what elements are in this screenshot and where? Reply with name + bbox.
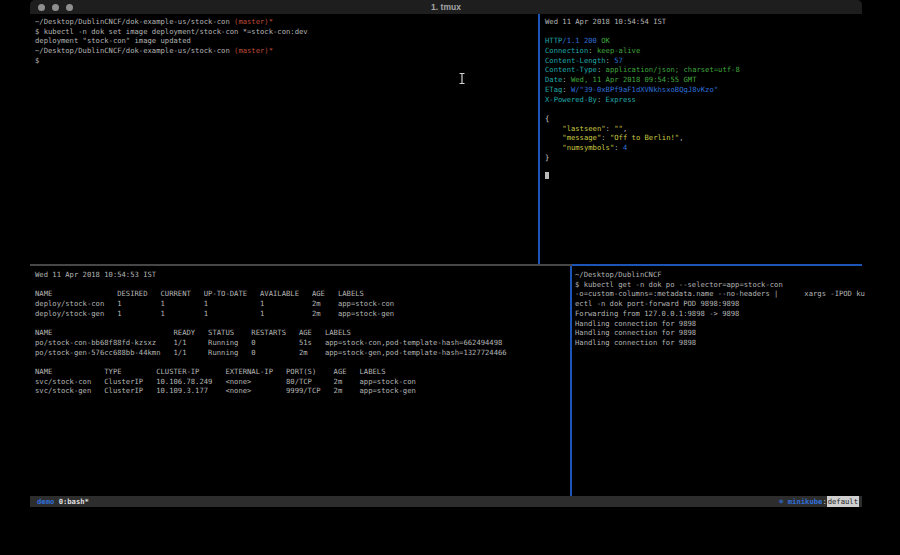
mouse-ibeam-cursor xyxy=(458,72,466,85)
pane-bottom-right-port-forward[interactable]: ~/Desktop/DublinCNCF $ kubectl get -n do… xyxy=(572,266,865,500)
json-close-brace: } xyxy=(545,153,867,163)
timestamp: Wed 11 Apr 2018 10:54:54 IST xyxy=(545,17,867,27)
tmux-session: ~/Desktop/DublinCNCF/dok-example-us/stoc… xyxy=(30,14,862,496)
http-keyword: HTTP xyxy=(545,36,562,45)
cursor-line xyxy=(545,172,867,182)
window-tab-bash[interactable]: 0:bash* xyxy=(59,496,89,507)
http-status-text: OK xyxy=(597,36,610,45)
json-row: "message": "Off to Berlin!", xyxy=(545,133,867,143)
kube-namespace: default xyxy=(827,496,859,507)
pane-top-left-shell[interactable]: ~/Desktop/DublinCNCF/dok-example-us/stoc… xyxy=(30,14,543,267)
tmux-status-bar: demo 0:bash* ☸ minikube:default xyxy=(30,496,862,507)
prompt-char: $ xyxy=(35,56,543,66)
status-right: ☸ minikube:default xyxy=(779,496,859,507)
blank-line xyxy=(545,162,867,172)
json-indent xyxy=(545,143,562,152)
http-header: Content-Length: 57 xyxy=(545,56,867,66)
header-name: Connection xyxy=(545,46,588,55)
header-name: ETag xyxy=(545,85,562,94)
json-key: "message" xyxy=(562,133,601,142)
header-colon: : xyxy=(606,56,615,65)
header-value: 57 xyxy=(614,56,623,65)
port-forward-output: ~/Desktop/DublinCNCF $ kubectl get -n do… xyxy=(575,270,865,348)
git-branch: (master) xyxy=(234,46,269,55)
prompt-line: ~/Desktop/DublinCNCF/dok-example-us/stoc… xyxy=(35,17,543,27)
header-colon: : xyxy=(588,46,597,55)
http-header: Content-Type: application/json; charset=… xyxy=(545,65,867,75)
json-value: "Off to Berlin!" xyxy=(610,133,679,142)
kube-context: minikube xyxy=(783,496,822,507)
header-value: W/"39-0xBPf9aF1dXVNkhsxoBQgJ8vKzo" xyxy=(571,85,718,94)
minimize-button[interactable] xyxy=(52,4,59,11)
header-value: Express xyxy=(606,95,636,104)
json-value: 4 xyxy=(623,143,627,152)
header-colon: : xyxy=(562,75,571,84)
blank-line xyxy=(545,27,867,37)
git-dirty-flag: * xyxy=(269,17,273,26)
header-colon: : xyxy=(562,85,571,94)
terminal-window: 1. tmux ~/Desktop/DublinCNCF/dok-example… xyxy=(30,0,862,513)
json-comma: , xyxy=(623,124,627,133)
prompt-path: ~/Desktop/DublinCNCF/dok-example-us/stoc… xyxy=(35,46,234,55)
json-comma: , xyxy=(679,133,683,142)
http-version-code: /1.1 200 xyxy=(562,36,597,45)
json-key: "numsymbols" xyxy=(562,143,614,152)
header-value: Wed, 11 Apr 2018 09:54:55 GMT xyxy=(571,75,697,84)
command-output: deployment "stock-con" image updated xyxy=(35,36,543,46)
http-header: ETag: W/"39-0xBPf9aF1dXVNkhsxoBQgJ8vKzo" xyxy=(545,85,867,95)
command-line: $ kubectl -n dok set image deployment/st… xyxy=(35,27,543,37)
close-button[interactable] xyxy=(38,4,45,11)
header-colon: : xyxy=(597,95,606,104)
pane-bottom-left-kubectl-watch[interactable]: Wed 11 Apr 2018 10:54:53 IST NAME DESIRE… xyxy=(30,266,575,500)
zoom-button[interactable] xyxy=(66,4,73,11)
json-open-brace: { xyxy=(545,114,867,124)
json-colon: : xyxy=(601,133,610,142)
header-name: X-Powered-By xyxy=(545,95,597,104)
header-name: Content-Type xyxy=(545,65,597,74)
pane-top-right-http[interactable]: Wed 11 Apr 2018 10:54:54 IST HTTP/1.1 20… xyxy=(540,14,867,267)
header-colon: : xyxy=(597,65,606,74)
json-colon: : xyxy=(606,124,615,133)
json-value: "" xyxy=(614,124,623,133)
titlebar[interactable]: 1. tmux xyxy=(30,0,862,14)
session-name: demo xyxy=(37,496,54,507)
json-colon: : xyxy=(614,143,623,152)
kubectl-resources-output: Wed 11 Apr 2018 10:54:53 IST NAME DESIRE… xyxy=(35,270,575,396)
http-header: Date: Wed, 11 Apr 2018 09:54:55 GMT xyxy=(545,75,867,85)
header-value: keep-alive xyxy=(597,46,640,55)
git-dirty-flag: * xyxy=(269,46,273,55)
git-branch: (master) xyxy=(234,17,269,26)
json-row: "numsymbols": 4 xyxy=(545,143,867,153)
desktop: { "window": { "title": "1. tmux" }, "col… xyxy=(0,0,900,555)
header-name: Date xyxy=(545,75,562,84)
header-value: application/json; charset=utf-8 xyxy=(606,65,740,74)
header-name: Content-Length xyxy=(545,56,606,65)
prompt-line: ~/Desktop/DublinCNCF/dok-example-us/stoc… xyxy=(35,46,543,56)
window-title: 1. tmux xyxy=(30,0,862,14)
traffic-lights xyxy=(38,0,73,14)
json-indent xyxy=(545,133,562,142)
http-status-line: HTTP/1.1 200 OK xyxy=(545,36,867,46)
status-left: demo 0:bash* xyxy=(37,496,89,507)
http-header: Connection: keep-alive xyxy=(545,46,867,56)
prompt-path: ~/Desktop/DublinCNCF/dok-example-us/stoc… xyxy=(35,17,234,26)
blank-line xyxy=(545,104,867,114)
json-indent xyxy=(545,124,562,133)
json-key: "lastseen" xyxy=(562,124,605,133)
http-header: X-Powered-By: Express xyxy=(545,95,867,105)
json-row: "lastseen": "", xyxy=(545,124,867,134)
terminal-cursor xyxy=(545,172,549,179)
